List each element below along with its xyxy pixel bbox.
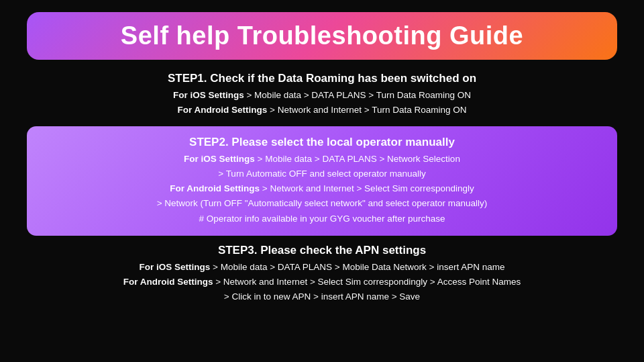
step2-title: STEP2. Please select the local operator … [43,136,601,149]
page-title: Self help Troubleshooting Guide [121,21,523,50]
step3-ios-label: For iOS Settings [140,262,211,272]
step1-title: STEP1. Check if the Data Roaming has bee… [27,72,617,85]
step1-ios-label: For iOS Settings [173,90,244,100]
step2-android-label: For Android Settings [170,183,260,193]
step2-android-text: > Network and Internet > Select Sim corr… [260,183,474,193]
step3-line2: For Android Settings > Network and Inter… [27,275,617,289]
step1-line2: For Android Settings > Network and Inter… [27,103,617,118]
title-banner: Self help Troubleshooting Guide [27,12,617,60]
step3-title: STEP3. Please check the APN settings [27,244,617,257]
step1-android-text: > Network and Internet > Turn Data Roami… [267,105,466,115]
step1-ios-text: > Mobile data > DATA PLANS > Turn Data R… [244,90,471,100]
step1-section: STEP1. Check if the Data Roaming has bee… [27,72,617,118]
step3-android-text: > Network and Internet > Select Sim corr… [213,277,521,287]
step2-line4: > Network (Turn OFF "Automatically selec… [43,196,601,211]
step2-ios-label: For iOS Settings [184,154,255,164]
step3-ios-text: > Mobile data > DATA PLANS > Mobile Data… [210,262,504,272]
step1-line1: For iOS Settings > Mobile data > DATA PL… [27,88,617,103]
step3-line3: > Click in to new APN > insert APN name … [27,289,617,304]
step1-android-label: For Android Settings [178,105,268,115]
step2-line5: # Operator info available in your GYG vo… [43,212,601,226]
step2-ios-text: > Mobile data > DATA PLANS > Network Sel… [255,154,460,164]
step2-line1: For iOS Settings > Mobile data > DATA PL… [43,152,601,167]
step3-line1: For iOS Settings > Mobile data > DATA PL… [27,260,617,275]
step3-section: STEP3. Please check the APN settings For… [27,244,617,305]
step2-line3: For Android Settings > Network and Inter… [43,181,601,196]
step2-line2: > Turn Automatic OFF and select operator… [43,167,601,181]
step2-section: STEP2. Please select the local operator … [27,126,617,236]
step3-android-label: For Android Settings [123,277,213,287]
